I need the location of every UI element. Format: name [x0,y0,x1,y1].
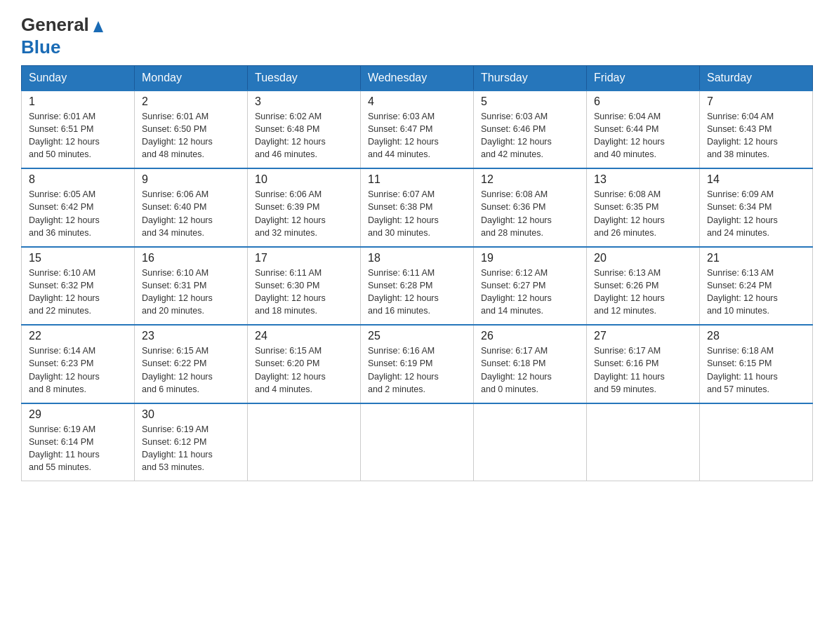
header-saturday: Saturday [700,65,813,90]
day-info: Sunrise: 6:11 AMSunset: 6:30 PMDaylight:… [255,267,353,318]
calendar-cell: 21Sunrise: 6:13 AMSunset: 6:24 PMDayligh… [700,247,813,326]
day-number: 14 [707,173,805,186]
day-info: Sunrise: 6:03 AMSunset: 6:46 PMDaylight:… [481,110,579,161]
day-number: 2 [142,95,240,108]
week-row-1: 1Sunrise: 6:01 AMSunset: 6:51 PMDaylight… [22,90,813,169]
logo-blue-text: Blue [21,36,60,58]
page-header: General Blue [21,14,813,58]
header-monday: Monday [135,65,248,90]
calendar-cell [700,403,813,481]
day-info: Sunrise: 6:17 AMSunset: 6:16 PMDaylight:… [594,344,692,396]
day-info: Sunrise: 6:08 AMSunset: 6:36 PMDaylight:… [481,188,579,239]
day-number: 15 [29,252,127,264]
day-info: Sunrise: 6:14 AMSunset: 6:23 PMDaylight:… [29,344,127,396]
day-info: Sunrise: 6:06 AMSunset: 6:40 PMDaylight:… [142,188,240,239]
day-number: 6 [594,95,692,108]
calendar-cell: 24Sunrise: 6:15 AMSunset: 6:20 PMDayligh… [248,325,361,403]
header-sunday: Sunday [22,65,135,90]
day-number: 26 [481,330,579,342]
calendar-cell: 9Sunrise: 6:06 AMSunset: 6:40 PMDaylight… [135,168,248,247]
calendar-cell: 22Sunrise: 6:14 AMSunset: 6:23 PMDayligh… [22,325,135,403]
day-number: 7 [707,95,805,108]
header-thursday: Thursday [474,65,587,90]
day-number: 25 [368,330,466,342]
calendar-cell [248,403,361,481]
day-info: Sunrise: 6:18 AMSunset: 6:15 PMDaylight:… [707,344,805,396]
day-info: Sunrise: 6:12 AMSunset: 6:27 PMDaylight:… [481,267,579,318]
calendar-cell: 23Sunrise: 6:15 AMSunset: 6:22 PMDayligh… [135,325,248,403]
week-row-5: 29Sunrise: 6:19 AMSunset: 6:14 PMDayligh… [22,403,813,481]
calendar-cell: 28Sunrise: 6:18 AMSunset: 6:15 PMDayligh… [700,325,813,403]
day-info: Sunrise: 6:15 AMSunset: 6:20 PMDaylight:… [255,344,353,396]
day-info: Sunrise: 6:13 AMSunset: 6:26 PMDaylight:… [594,267,692,318]
day-number: 22 [29,330,127,342]
calendar-cell: 10Sunrise: 6:06 AMSunset: 6:39 PMDayligh… [248,168,361,247]
day-number: 3 [255,95,353,108]
day-info: Sunrise: 6:04 AMSunset: 6:43 PMDaylight:… [707,110,805,161]
day-info: Sunrise: 6:01 AMSunset: 6:50 PMDaylight:… [142,110,240,161]
day-info: Sunrise: 6:11 AMSunset: 6:28 PMDaylight:… [368,267,466,318]
header-friday: Friday [587,65,700,90]
week-row-4: 22Sunrise: 6:14 AMSunset: 6:23 PMDayligh… [22,325,813,403]
day-info: Sunrise: 6:02 AMSunset: 6:48 PMDaylight:… [255,110,353,161]
calendar-cell: 25Sunrise: 6:16 AMSunset: 6:19 PMDayligh… [361,325,474,403]
calendar-cell: 14Sunrise: 6:09 AMSunset: 6:34 PMDayligh… [700,168,813,247]
day-number: 13 [594,173,692,186]
calendar-cell: 6Sunrise: 6:04 AMSunset: 6:44 PMDaylight… [587,90,700,169]
logo-triangle-icon [91,20,106,36]
day-number: 30 [142,408,240,421]
week-row-3: 15Sunrise: 6:10 AMSunset: 6:32 PMDayligh… [22,247,813,326]
day-number: 19 [481,252,579,264]
calendar-cell: 4Sunrise: 6:03 AMSunset: 6:47 PMDaylight… [361,90,474,169]
day-number: 18 [368,252,466,264]
calendar-cell: 17Sunrise: 6:11 AMSunset: 6:30 PMDayligh… [248,247,361,326]
week-row-2: 8Sunrise: 6:05 AMSunset: 6:42 PMDaylight… [22,168,813,247]
day-number: 24 [255,330,353,342]
day-info: Sunrise: 6:06 AMSunset: 6:39 PMDaylight:… [255,188,353,239]
calendar-cell: 27Sunrise: 6:17 AMSunset: 6:16 PMDayligh… [587,325,700,403]
calendar-cell: 19Sunrise: 6:12 AMSunset: 6:27 PMDayligh… [474,247,587,326]
calendar-cell: 3Sunrise: 6:02 AMSunset: 6:48 PMDaylight… [248,90,361,169]
day-info: Sunrise: 6:19 AMSunset: 6:14 PMDaylight:… [29,423,127,474]
day-info: Sunrise: 6:10 AMSunset: 6:31 PMDaylight:… [142,267,240,318]
days-header-row: SundayMondayTuesdayWednesdayThursdayFrid… [22,65,813,90]
day-number: 21 [707,252,805,264]
calendar-cell: 1Sunrise: 6:01 AMSunset: 6:51 PMDaylight… [22,90,135,169]
day-info: Sunrise: 6:13 AMSunset: 6:24 PMDaylight:… [707,267,805,318]
day-number: 29 [29,408,127,421]
calendar-cell: 26Sunrise: 6:17 AMSunset: 6:18 PMDayligh… [474,325,587,403]
day-number: 11 [368,173,466,186]
svg-marker-0 [93,21,103,32]
day-number: 23 [142,330,240,342]
header-wednesday: Wednesday [361,65,474,90]
day-info: Sunrise: 6:17 AMSunset: 6:18 PMDaylight:… [481,344,579,396]
day-number: 16 [142,252,240,264]
calendar-cell: 11Sunrise: 6:07 AMSunset: 6:38 PMDayligh… [361,168,474,247]
calendar-cell [361,403,474,481]
day-info: Sunrise: 6:07 AMSunset: 6:38 PMDaylight:… [368,188,466,239]
calendar-cell: 29Sunrise: 6:19 AMSunset: 6:14 PMDayligh… [22,403,135,481]
day-info: Sunrise: 6:10 AMSunset: 6:32 PMDaylight:… [29,267,127,318]
day-number: 8 [29,173,127,186]
logo: General Blue [21,14,106,58]
calendar-cell: 13Sunrise: 6:08 AMSunset: 6:35 PMDayligh… [587,168,700,247]
day-number: 20 [594,252,692,264]
day-number: 17 [255,252,353,264]
day-number: 9 [142,173,240,186]
day-info: Sunrise: 6:15 AMSunset: 6:22 PMDaylight:… [142,344,240,396]
calendar-table: SundayMondayTuesdayWednesdayThursdayFrid… [21,65,813,482]
day-info: Sunrise: 6:03 AMSunset: 6:47 PMDaylight:… [368,110,466,161]
day-info: Sunrise: 6:01 AMSunset: 6:51 PMDaylight:… [29,110,127,161]
calendar-cell [587,403,700,481]
day-number: 10 [255,173,353,186]
calendar-cell: 16Sunrise: 6:10 AMSunset: 6:31 PMDayligh… [135,247,248,326]
calendar-cell: 18Sunrise: 6:11 AMSunset: 6:28 PMDayligh… [361,247,474,326]
calendar-cell: 7Sunrise: 6:04 AMSunset: 6:43 PMDaylight… [700,90,813,169]
day-number: 28 [707,330,805,342]
calendar-cell: 12Sunrise: 6:08 AMSunset: 6:36 PMDayligh… [474,168,587,247]
logo-area: General Blue [21,14,106,58]
day-number: 27 [594,330,692,342]
day-info: Sunrise: 6:08 AMSunset: 6:35 PMDaylight:… [594,188,692,239]
calendar-cell: 2Sunrise: 6:01 AMSunset: 6:50 PMDaylight… [135,90,248,169]
logo-graphic: General Blue [21,14,106,58]
